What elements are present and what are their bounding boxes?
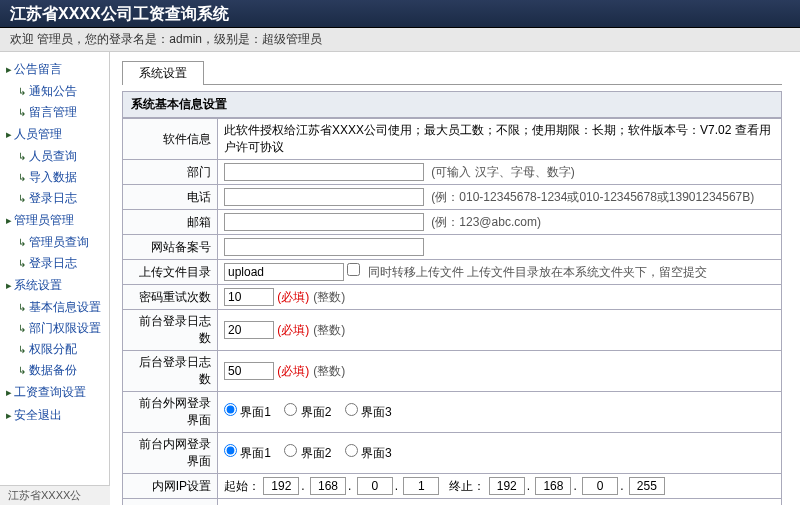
- front-int-ui2[interactable]: 界面2: [284, 446, 331, 460]
- dept-input[interactable]: [224, 163, 424, 181]
- child-arrow-icon: ↳: [18, 323, 26, 334]
- upload-label: 上传文件目录: [123, 260, 218, 285]
- arrow-icon: ▸: [6, 409, 12, 421]
- tab-system-settings[interactable]: 系统设置: [122, 61, 204, 85]
- ip-label: 内网IP设置: [123, 474, 218, 499]
- nav-child[interactable]: ↳数据备份: [0, 360, 109, 381]
- app-header: 江苏省XXXX公司工资查询系统: [0, 0, 800, 28]
- dept-label: 部门: [123, 160, 218, 185]
- child-arrow-icon: ↳: [18, 107, 26, 118]
- section-basic-title: 系统基本信息设置: [122, 91, 782, 118]
- blog-input[interactable]: [224, 362, 274, 380]
- nav-parent[interactable]: ▸公告留言: [0, 58, 109, 81]
- nav-parent[interactable]: ▸安全退出: [0, 404, 109, 427]
- softinfo-label: 软件信息: [123, 119, 218, 160]
- upload-hint: 同时转移上传文件 上传文件目录放在本系统文件夹下，留空提交: [368, 265, 707, 279]
- front-int-ui3[interactable]: 界面3: [345, 446, 392, 460]
- child-arrow-icon: ↳: [18, 344, 26, 355]
- email-label: 邮箱: [123, 210, 218, 235]
- ip-start-label: 起始：: [224, 479, 260, 493]
- arrow-icon: ▸: [6, 279, 12, 291]
- nav-parent[interactable]: ▸管理员管理: [0, 209, 109, 232]
- tel-input[interactable]: [224, 188, 424, 206]
- arrow-icon: ▸: [6, 386, 12, 398]
- child-arrow-icon: ↳: [18, 86, 26, 97]
- footer-text: 江苏省XXXX公: [0, 485, 110, 505]
- upload-move-checkbox[interactable]: [347, 263, 360, 276]
- email-hint: (例：123@abc.com): [431, 215, 541, 229]
- ip-end-4[interactable]: [629, 477, 665, 495]
- front-ext-ui3[interactable]: 界面3: [345, 405, 392, 419]
- nav-child[interactable]: ↳登录日志: [0, 188, 109, 209]
- child-arrow-icon: ↳: [18, 193, 26, 204]
- blog-label: 后台登录日志数: [123, 351, 218, 392]
- front-int-label: 前台内网登录界面: [123, 433, 218, 474]
- retry-input[interactable]: [224, 288, 274, 306]
- upload-input[interactable]: [224, 263, 344, 281]
- child-arrow-icon: ↳: [18, 237, 26, 248]
- retry-label: 密码重试次数: [123, 285, 218, 310]
- arrow-icon: ▸: [6, 214, 12, 226]
- nav-child[interactable]: ↳部门权限设置: [0, 318, 109, 339]
- child-arrow-icon: ↳: [18, 365, 26, 376]
- arrow-icon: ▸: [6, 63, 12, 75]
- nav-child[interactable]: ↳通知公告: [0, 81, 109, 102]
- tel-hint: (例：010-12345678-1234或010-12345678或139012…: [431, 190, 754, 204]
- child-arrow-icon: ↳: [18, 172, 26, 183]
- arrow-icon: ▸: [6, 128, 12, 140]
- icp-label: 网站备案号: [123, 235, 218, 260]
- welcome-text: 欢迎 管理员，您的登录名是：admin，级别是：超级管理员: [10, 32, 322, 46]
- softinfo-value: 此软件授权给江苏省XXXX公司使用；最大员工数；不限；使用期限：长期；软件版本号…: [218, 119, 782, 160]
- ip-start-4[interactable]: [403, 477, 439, 495]
- flog-hint: (整数): [313, 323, 345, 337]
- nav-child[interactable]: ↳导入数据: [0, 167, 109, 188]
- submit-cell-label: [123, 499, 218, 506]
- nav-child[interactable]: ↳登录日志: [0, 253, 109, 274]
- nav-child[interactable]: ↳管理员查询: [0, 232, 109, 253]
- sidebar: ▸公告留言↳通知公告↳留言管理▸人员管理↳人员查询↳导入数据↳登录日志▸管理员管…: [0, 52, 110, 505]
- user-info-bar: 欢迎 管理员，您的登录名是：admin，级别是：超级管理员: [0, 28, 800, 52]
- ip-end-3[interactable]: [582, 477, 618, 495]
- ip-end-1[interactable]: [489, 477, 525, 495]
- nav-parent[interactable]: ▸工资查询设置: [0, 381, 109, 404]
- email-input[interactable]: [224, 213, 424, 231]
- retry-req: (必填): [277, 290, 309, 304]
- front-int-ui1[interactable]: 界面1: [224, 446, 271, 460]
- child-arrow-icon: ↳: [18, 151, 26, 162]
- nav-child[interactable]: ↳留言管理: [0, 102, 109, 123]
- nav-child[interactable]: ↳人员查询: [0, 146, 109, 167]
- ip-end-label: 终止：: [449, 479, 485, 493]
- ip-start-1[interactable]: [263, 477, 299, 495]
- blog-hint: (整数): [313, 364, 345, 378]
- main-content: 系统设置 系统基本信息设置 软件信息 此软件授权给江苏省XXXX公司使用；最大员…: [110, 52, 800, 505]
- child-arrow-icon: ↳: [18, 258, 26, 269]
- app-title: 江苏省XXXX公司工资查询系统: [10, 5, 229, 22]
- blog-req: (必填): [277, 364, 309, 378]
- flog-input[interactable]: [224, 321, 274, 339]
- basic-form-table: 软件信息 此软件授权给江苏省XXXX公司使用；最大员工数；不限；使用期限：长期；…: [122, 118, 782, 505]
- nav-child[interactable]: ↳基本信息设置: [0, 297, 109, 318]
- tel-label: 电话: [123, 185, 218, 210]
- icp-input[interactable]: [224, 238, 424, 256]
- dept-hint: (可输入 汉字、字母、数字): [431, 165, 574, 179]
- nav-child[interactable]: ↳权限分配: [0, 339, 109, 360]
- flog-req: (必填): [277, 323, 309, 337]
- ip-start-2[interactable]: [310, 477, 346, 495]
- front-ext-label: 前台外网登录界面: [123, 392, 218, 433]
- child-arrow-icon: ↳: [18, 302, 26, 313]
- retry-hint: (整数): [313, 290, 345, 304]
- front-ext-ui1[interactable]: 界面1: [224, 405, 271, 419]
- nav-parent[interactable]: ▸人员管理: [0, 123, 109, 146]
- nav-parent[interactable]: ▸系统设置: [0, 274, 109, 297]
- flog-label: 前台登录日志数: [123, 310, 218, 351]
- tab-row: 系统设置: [122, 60, 782, 85]
- ip-end-2[interactable]: [535, 477, 571, 495]
- front-ext-ui2[interactable]: 界面2: [284, 405, 331, 419]
- ip-start-3[interactable]: [357, 477, 393, 495]
